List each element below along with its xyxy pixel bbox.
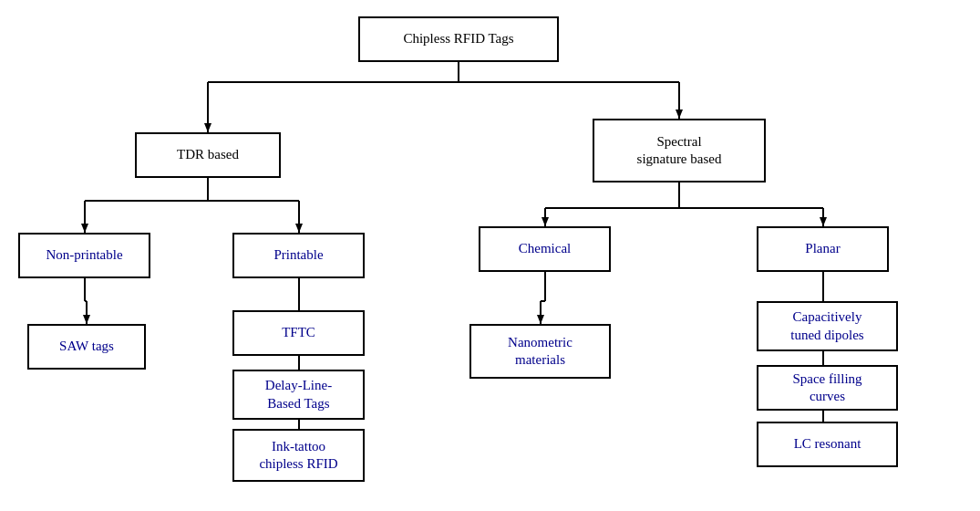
- diagram: Chipless RFID Tags TDR based Spectral si…: [0, 0, 980, 511]
- node-root: Chipless RFID Tags: [358, 16, 559, 62]
- node-tftc: TFTC: [232, 310, 365, 356]
- svg-marker-3: [204, 123, 211, 132]
- svg-marker-21: [83, 315, 90, 324]
- node-spacefilling: Space filling curves: [757, 365, 898, 411]
- node-planar: Planar: [757, 226, 889, 272]
- svg-marker-32: [537, 315, 544, 324]
- node-spectral: Spectral signature based: [593, 119, 766, 182]
- node-chemical: Chemical: [479, 226, 611, 272]
- svg-marker-9: [81, 224, 88, 233]
- node-inktattoo: Ink-tattoo chipless RFID: [232, 429, 365, 482]
- node-capacitive: Capacitively tuned dipoles: [757, 301, 898, 351]
- svg-marker-11: [295, 224, 303, 233]
- node-nanometric: Nanometric materials: [469, 324, 611, 379]
- svg-marker-17: [820, 217, 827, 226]
- node-printable: Printable: [232, 233, 365, 278]
- node-delayline: Delay-Line- Based Tags: [232, 370, 365, 420]
- node-saw: SAW tags: [27, 324, 146, 370]
- node-tdr: TDR based: [135, 132, 281, 178]
- svg-marker-5: [676, 110, 683, 119]
- svg-marker-15: [542, 217, 549, 226]
- node-nonprintable: Non-printable: [18, 233, 150, 278]
- node-lc: LC resonant: [757, 422, 898, 467]
